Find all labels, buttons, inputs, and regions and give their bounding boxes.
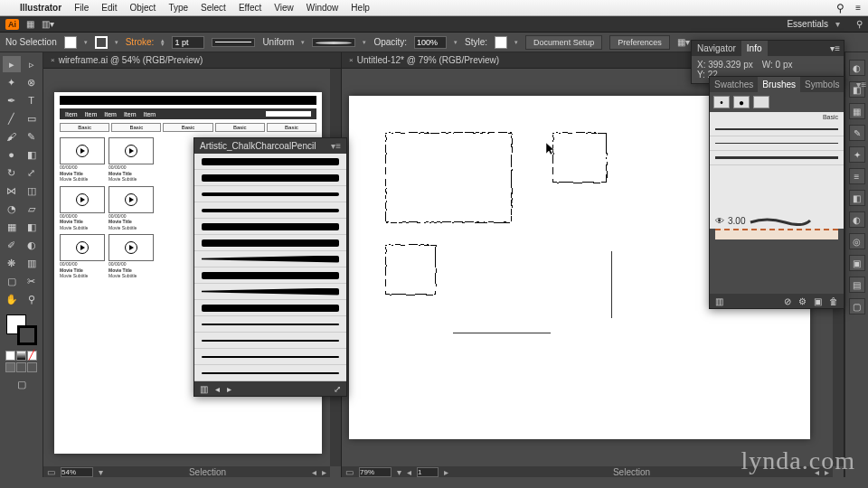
tab-navigator[interactable]: Navigator bbox=[692, 41, 741, 56]
next-library-icon[interactable]: ▸ bbox=[227, 384, 231, 394]
stroke-box[interactable] bbox=[17, 325, 37, 345]
view-mode-icon[interactable]: ▭ bbox=[47, 467, 55, 477]
draw-behind[interactable] bbox=[16, 362, 26, 372]
brush-library-item[interactable] bbox=[194, 186, 346, 202]
magic-wand-tool[interactable]: ✦ bbox=[3, 74, 21, 90]
brush-library-item[interactable] bbox=[194, 154, 346, 170]
zoom-dropdown-icon[interactable]: ▾ bbox=[397, 467, 401, 477]
draw-normal[interactable] bbox=[5, 362, 15, 372]
style-dropdown-icon[interactable]: ▾ bbox=[514, 39, 518, 46]
artboard-tool[interactable]: ▢ bbox=[3, 273, 21, 289]
pen-tool[interactable]: ✒ bbox=[3, 92, 21, 108]
prev-library-icon[interactable]: ◂ bbox=[215, 384, 220, 394]
close-tab-icon[interactable]: × bbox=[51, 56, 55, 64]
brush-library-item[interactable] bbox=[194, 235, 346, 251]
panel-menu-icon[interactable]: ▾≡ bbox=[853, 77, 868, 92]
scroll-left-icon[interactable]: ◂ bbox=[815, 467, 819, 477]
workspace-switcher[interactable]: Essentials bbox=[787, 19, 828, 29]
rectangle-tool[interactable]: ▭ bbox=[23, 110, 41, 127]
app-menu[interactable]: Illustrator bbox=[20, 3, 61, 13]
tab-info[interactable]: Info bbox=[741, 41, 768, 56]
menu-help[interactable]: Help bbox=[351, 3, 370, 13]
brush-library-item[interactable] bbox=[194, 333, 346, 349]
type-tool[interactable]: T bbox=[23, 92, 41, 108]
hand-tool[interactable]: ✋ bbox=[3, 291, 21, 307]
graphic-styles-icon[interactable]: ▣ bbox=[849, 255, 865, 271]
layers-panel-icon[interactable]: ▤ bbox=[849, 277, 865, 293]
symbols-panel-icon[interactable]: ✦ bbox=[849, 146, 865, 163]
swatches-panel-icon[interactable]: ▦ bbox=[849, 103, 865, 119]
brush-library-item[interactable] bbox=[194, 251, 346, 267]
none-mode[interactable]: ╱ bbox=[27, 351, 37, 361]
library-menu-icon[interactable]: ▥ bbox=[715, 296, 723, 306]
lasso-tool[interactable]: ⊗ bbox=[23, 74, 41, 90]
pencil-tool[interactable]: ✎ bbox=[23, 128, 41, 145]
arrange-docs-icon[interactable]: ▥▾ bbox=[42, 19, 54, 29]
brush-item[interactable] bbox=[710, 151, 844, 165]
draw-inside[interactable] bbox=[27, 362, 37, 372]
tab-swatches[interactable]: Swatches bbox=[710, 77, 758, 92]
delete-brush-icon[interactable]: 🗑 bbox=[829, 296, 838, 306]
transparency-panel-icon[interactable]: ◐ bbox=[849, 211, 865, 228]
brush-library-item[interactable] bbox=[194, 300, 346, 316]
tab-symbols[interactable]: Symbols bbox=[800, 77, 844, 92]
menu-window[interactable]: Window bbox=[307, 3, 339, 13]
library-menu-icon[interactable]: ▥ bbox=[200, 384, 208, 394]
artboards-panel-icon[interactable]: ▢ bbox=[849, 298, 865, 314]
brush-library-item[interactable] bbox=[194, 170, 346, 186]
stroke-dropdown-icon[interactable]: ▾ bbox=[115, 39, 118, 46]
perspective-tool[interactable]: ▱ bbox=[23, 201, 41, 217]
options-icon[interactable]: ⚙ bbox=[798, 296, 807, 306]
brush-item[interactable] bbox=[710, 122, 844, 136]
brushes-panel-icon[interactable]: ✎ bbox=[849, 125, 865, 141]
brush-library-item[interactable] bbox=[194, 267, 346, 284]
menu-edit[interactable]: Edit bbox=[101, 3, 117, 13]
menu-select[interactable]: Select bbox=[201, 3, 226, 13]
brush-library-item[interactable] bbox=[194, 349, 346, 365]
bridge-icon[interactable]: ▦ bbox=[26, 19, 34, 29]
eye-icon[interactable]: 👁 bbox=[715, 216, 724, 226]
screen-mode[interactable]: ▢ bbox=[13, 376, 31, 392]
stroke-weight-input[interactable] bbox=[172, 36, 204, 49]
brush-library-item[interactable] bbox=[194, 365, 346, 381]
rotate-tool[interactable]: ↻ bbox=[3, 164, 21, 181]
color-panel-icon[interactable]: ◐ bbox=[849, 60, 865, 76]
new-brush-icon[interactable]: ▣ bbox=[814, 296, 822, 306]
tab-brushes[interactable]: Brushes bbox=[758, 77, 800, 92]
appearance-panel-icon[interactable]: ◎ bbox=[849, 233, 865, 249]
view-mode-icon[interactable]: ▭ bbox=[345, 467, 354, 477]
brushes-panel[interactable]: Swatches Brushes Symbols ▾≡ • ● Basic 👁 … bbox=[709, 76, 844, 309]
artboard-prev-icon[interactable]: ◂ bbox=[407, 467, 411, 477]
brush-library-panel[interactable]: Artistic_ChalkCharcoalPencil ▾≡ ▥ ◂ ▸ ⤢ bbox=[193, 137, 347, 397]
menu-type[interactable]: Type bbox=[168, 3, 188, 13]
scroll-right-icon[interactable]: ▸ bbox=[322, 467, 326, 477]
gradient-tool[interactable]: ◧ bbox=[23, 219, 41, 235]
blob-brush-tool[interactable]: ● bbox=[3, 146, 21, 163]
selection-tool[interactable]: ▸ bbox=[3, 56, 21, 72]
opacity-input[interactable] bbox=[414, 36, 447, 49]
width-tool[interactable]: ⋈ bbox=[3, 183, 21, 199]
blend-tool[interactable]: ◐ bbox=[23, 237, 41, 253]
doc-tab-left[interactable]: × wireframe.ai @ 54% (RGB/Preview) bbox=[43, 52, 341, 69]
slice-tool[interactable]: ✂ bbox=[23, 273, 41, 289]
remove-stroke-icon[interactable]: ⊘ bbox=[784, 296, 791, 306]
gradient-panel-icon[interactable]: ◧ bbox=[849, 190, 865, 206]
gradient-mode[interactable] bbox=[16, 351, 26, 361]
menu-object[interactable]: Object bbox=[129, 3, 156, 13]
fill-swatch[interactable] bbox=[64, 36, 77, 49]
zoom-tool[interactable]: ⚲ bbox=[23, 291, 41, 307]
zoom-left[interactable] bbox=[61, 467, 93, 477]
shape-builder-tool[interactable]: ◔ bbox=[3, 201, 21, 217]
brush-thumb[interactable]: ● bbox=[733, 96, 750, 108]
opacity-dropdown-icon[interactable]: ▾ bbox=[454, 39, 458, 46]
graph-tool[interactable]: ▥ bbox=[23, 255, 41, 271]
free-transform-tool[interactable]: ◫ bbox=[23, 183, 41, 199]
menu-extras-icon[interactable]: ≡ bbox=[855, 3, 861, 13]
menu-effect[interactable]: Effect bbox=[239, 3, 261, 13]
preferences-button[interactable]: Preferences bbox=[609, 35, 670, 50]
fill-dropdown-icon[interactable]: ▾ bbox=[84, 39, 88, 46]
brush-item[interactable] bbox=[710, 136, 844, 151]
profile-dropdown-icon[interactable]: ▾ bbox=[301, 39, 305, 46]
panel-menu-icon[interactable]: ▾≡ bbox=[826, 41, 844, 56]
direct-selection-tool[interactable]: ▹ bbox=[23, 56, 41, 72]
